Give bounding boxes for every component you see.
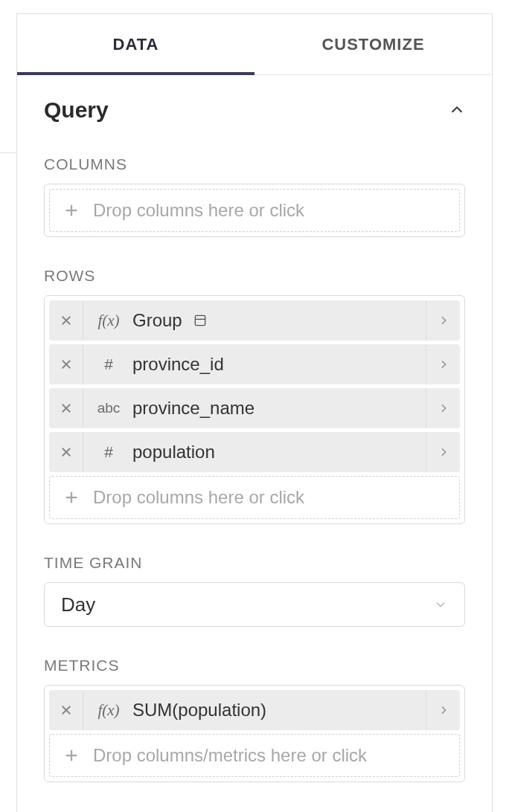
number-type-icon: # [92,443,125,461]
plus-icon [63,747,80,764]
function-type-icon: f(x) [92,312,125,330]
svg-rect-4 [195,315,205,325]
columns-dropzone[interactable]: Drop columns here or click [49,189,460,232]
chevron-up-icon [449,102,465,118]
expand-button[interactable] [426,690,460,730]
tab-data[interactable]: DATA [17,14,254,74]
close-icon [60,703,73,717]
expand-button[interactable] [426,344,460,384]
close-icon [60,445,73,459]
tab-customize-label: CUSTOMIZE [321,35,424,54]
close-icon [60,358,73,371]
remove-button[interactable] [49,432,83,472]
chevron-right-icon [438,446,449,458]
rows-item-province-id[interactable]: # province_id [49,344,460,384]
pill-label: SUM(population) [132,700,266,721]
pill-label: population [132,442,215,463]
close-icon [60,314,73,327]
tab-customize[interactable]: CUSTOMIZE [254,14,492,74]
pill-body: # population [83,432,426,472]
plus-icon [63,202,80,219]
chevron-right-icon [438,315,449,326]
calc-icon [193,313,208,328]
pill-body: f(x) Group [83,300,426,341]
time-grain-label: TIME GRAIN [44,554,465,572]
rows-dropzone[interactable]: Drop columns here or click [49,476,460,519]
metrics-dropzone[interactable]: Drop columns/metrics here or click [49,734,460,777]
metrics-item-sum-population[interactable]: f(x) SUM(population) [49,690,460,730]
expand-button[interactable] [426,432,460,472]
time-grain-select[interactable]: Day [44,582,465,627]
rows-item-population[interactable]: # population [49,432,460,472]
number-type-icon: # [92,355,125,373]
tabs: DATA CUSTOMIZE [17,14,492,75]
function-type-icon: f(x) [92,701,125,720]
chevron-right-icon [438,402,449,414]
pill-body: abc province_name [83,388,426,428]
pill-body: # province_id [83,344,426,384]
text-type-icon: abc [92,400,125,416]
close-icon [60,402,73,415]
pill-label: province_id [132,354,224,375]
columns-placeholder: Drop columns here or click [93,200,304,221]
pill-label: Group [132,310,182,331]
rows-item-province-name[interactable]: abc province_name [49,388,460,428]
metrics-label: METRICS [44,657,465,674]
columns-label: COLUMNS [44,155,465,173]
remove-button[interactable] [49,300,83,341]
chevron-right-icon [438,358,449,370]
metrics-placeholder: Drop columns/metrics here or click [93,745,367,766]
rows-placeholder: Drop columns here or click [93,487,304,508]
config-panel: DATA CUSTOMIZE Query COLUMNS Drop column… [16,13,493,812]
metrics-box: f(x) SUM(population) Drop columns/metric… [44,685,465,782]
pill-body: f(x) SUM(population) [83,690,426,730]
rows-item-group[interactable]: f(x) Group [49,300,460,341]
expand-button[interactable] [426,388,460,428]
chevron-right-icon [438,704,449,716]
plus-icon [63,489,80,506]
rows-box: f(x) Group # province_id [44,295,465,524]
tab-data-label: DATA [113,35,159,54]
expand-button[interactable] [426,300,460,341]
columns-box: Drop columns here or click [44,184,465,237]
rows-label: ROWS [44,267,465,285]
section-title: Query [44,97,109,123]
remove-button[interactable] [49,690,83,730]
query-section-header[interactable]: Query [44,97,465,123]
time-grain-value: Day [61,593,95,616]
chevron-down-icon [433,597,448,612]
remove-button[interactable] [49,344,83,384]
remove-button[interactable] [49,388,83,428]
pill-label: province_name [132,398,254,419]
